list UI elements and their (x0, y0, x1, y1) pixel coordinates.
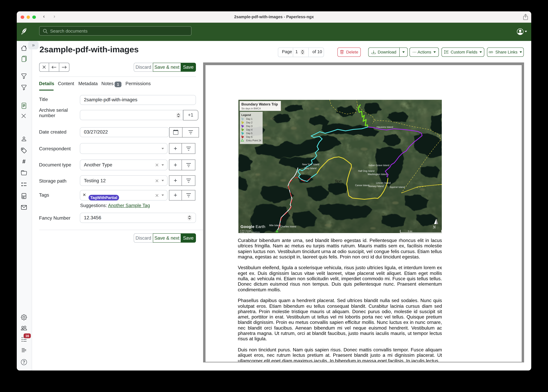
svg-text:N: N (433, 224, 436, 229)
svg-text:Legend: Legend (241, 113, 251, 116)
svg-text:Charlies Island: Charlies Island (280, 225, 296, 228)
svg-text:Mile Island: Mile Island (269, 224, 281, 226)
svg-text:Day 1: Day 1 (246, 118, 252, 120)
svg-text:Day 4: Day 4 (246, 128, 252, 131)
svg-text:Day 2: Day 2 (246, 121, 252, 124)
svg-text:Lincoln Island: Lincoln Island (376, 182, 391, 184)
svg-text:Google Earth: Google Earth (240, 224, 265, 229)
svg-text:3 mi: 3 mi (408, 230, 412, 232)
svg-text:Hausons Island: Hausons Island (377, 126, 393, 128)
svg-text:Gary Island: Gary Island (304, 167, 317, 169)
svg-text:Norway Island: Norway Island (368, 185, 384, 187)
svg-text:Boundary Waters Trip: Boundary Waters Trip (241, 102, 278, 106)
svg-text:Half Dog Island: Half Dog Island (358, 169, 374, 172)
svg-text:Squirrel Island: Squirrel Island (389, 186, 405, 188)
svg-text:Six days in BWCA: Six days in BWCA (241, 107, 261, 110)
svg-text:Text: Text (335, 179, 342, 183)
svg-text:Day 6: Day 6 (246, 135, 252, 138)
svg-text:Day 3: Day 3 (246, 125, 252, 127)
svg-text:Image © 2017 DigitalGlobe: Image © 2017 DigitalGlobe (240, 231, 260, 233)
svg-text:Entry Point 24: Entry Point 24 (246, 139, 261, 142)
svg-text:Day 5: Day 5 (246, 132, 252, 134)
svg-text:New York Island: New York Island (302, 163, 319, 166)
svg-text:Canoe Island: Canoe Island (355, 184, 369, 186)
svg-text:Washington Island: Washington Island (368, 173, 387, 175)
svg-text:Indian Grave Island: Indian Grave Island (368, 164, 389, 166)
